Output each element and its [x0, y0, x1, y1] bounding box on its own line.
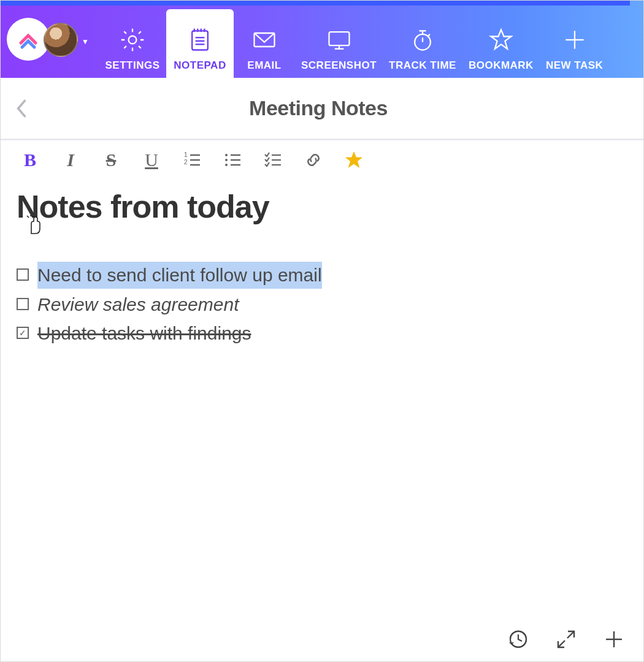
svg-text:2: 2: [184, 159, 188, 166]
checkbox-unchecked-icon[interactable]: [17, 268, 29, 281]
favorite-button[interactable]: [343, 149, 365, 171]
plus-icon: [604, 629, 624, 650]
editor-area[interactable]: Notes from today Need to send client fol…: [1, 180, 643, 661]
svg-marker-35: [346, 152, 362, 167]
nav-label: BOOKMARK: [469, 59, 534, 72]
nav-new-task[interactable]: NEW TASK: [540, 9, 609, 78]
nav-notepad[interactable]: NOTEPAD: [166, 9, 234, 78]
svg-marker-18: [491, 30, 511, 49]
checklist[interactable]: Need to send client follow up email Revi…: [17, 262, 627, 347]
svg-rect-10: [329, 32, 349, 45]
svg-text:1: 1: [184, 151, 188, 158]
history-icon: [508, 629, 529, 650]
checkbox-unchecked-icon[interactable]: [17, 298, 29, 310]
bullet-list-button[interactable]: [221, 149, 243, 171]
link-icon: [304, 151, 323, 169]
monitor-icon: [326, 26, 353, 53]
ordered-list-button[interactable]: 1 2: [181, 149, 203, 171]
svg-point-28: [225, 164, 228, 166]
page-title: Meeting Notes: [6, 96, 631, 120]
nav-label: TRACK TIME: [389, 59, 456, 72]
svg-line-17: [427, 34, 430, 37]
nav-label: EMAIL: [247, 59, 281, 72]
nav-items: SETTINGS NOTEPAD: [99, 1, 609, 78]
bold-button[interactable]: B: [19, 149, 41, 171]
nav-label: SETTINGS: [105, 59, 159, 72]
bullet-list-icon: [223, 151, 242, 169]
format-toolbar: B I S U 1 2: [1, 140, 643, 180]
italic-button[interactable]: I: [59, 149, 82, 171]
titlebar: Meeting Notes: [1, 78, 643, 140]
checklist-button[interactable]: [262, 149, 284, 171]
clickup-logo-icon: [16, 27, 40, 51]
nav-track-time[interactable]: TRACK TIME: [383, 9, 462, 78]
expand-icon: [556, 629, 577, 650]
check-item[interactable]: Review sales agreement: [17, 291, 627, 318]
ordered-list-icon: 1 2: [183, 151, 201, 169]
link-button[interactable]: [302, 149, 324, 171]
nav-label: NEW TASK: [546, 59, 603, 72]
checklist-icon: [264, 151, 282, 169]
note-heading[interactable]: Notes from today: [17, 188, 627, 225]
stopwatch-icon: [409, 26, 436, 53]
svg-point-0: [129, 36, 137, 44]
expand-button[interactable]: [555, 628, 577, 650]
nav-bookmark[interactable]: BOOKMARK: [462, 9, 540, 78]
nav-label: NOTEPAD: [174, 59, 226, 72]
checkbox-checked-icon[interactable]: ✓: [17, 327, 29, 339]
check-item-text[interactable]: Review sales agreement: [37, 291, 239, 318]
nav-settings[interactable]: SETTINGS: [99, 9, 166, 78]
plus-icon: [561, 26, 588, 53]
nav-label: SCREENSHOT: [301, 59, 377, 72]
app-root: ▼ SETTINGS: [0, 0, 644, 662]
avatar-dropdown-caret[interactable]: ▼: [82, 37, 89, 46]
check-item[interactable]: Need to send client follow up email: [17, 262, 627, 289]
check-item[interactable]: ✓ Update tasks with findings: [17, 320, 627, 347]
svg-point-26: [225, 154, 228, 156]
strikethrough-button[interactable]: S: [100, 149, 122, 171]
bottom-actions: [507, 628, 625, 650]
add-button[interactable]: [603, 628, 625, 650]
underline-button[interactable]: U: [140, 149, 163, 171]
star-filled-icon: [345, 151, 363, 169]
check-item-text[interactable]: Update tasks with findings: [37, 320, 251, 347]
svg-point-27: [225, 159, 228, 161]
check-item-text[interactable]: Need to send client follow up email: [37, 262, 322, 289]
brand-area: ▼: [1, 1, 99, 78]
star-icon: [488, 26, 515, 53]
user-avatar[interactable]: [44, 23, 78, 57]
svg-line-41: [558, 641, 565, 647]
envelope-icon: [251, 26, 278, 53]
top-nav: ▼ SETTINGS: [1, 1, 643, 78]
history-button[interactable]: [507, 628, 529, 650]
nav-email[interactable]: EMAIL: [234, 9, 295, 78]
nav-screenshot[interactable]: SCREENSHOT: [295, 9, 383, 78]
gear-icon: [119, 26, 146, 53]
notepad-icon: [186, 26, 213, 53]
svg-line-40: [567, 631, 574, 638]
